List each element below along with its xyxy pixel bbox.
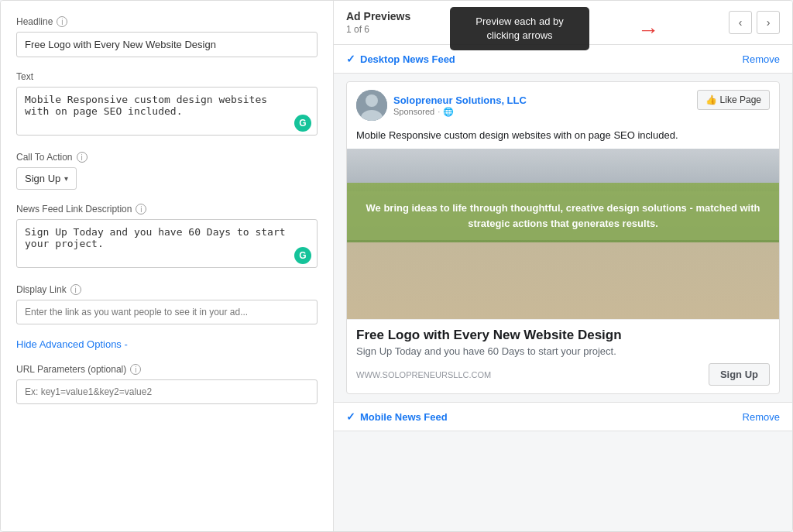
next-arrow-button[interactable]: › xyxy=(757,11,780,34)
text-textarea[interactable]: Mobile Responsive custom design websites… xyxy=(16,87,318,136)
page-name-group: Solopreneur Solutions, LLC Sponsored · 🌐 xyxy=(393,94,527,117)
ad-previews-count: 1 of 6 xyxy=(346,24,410,35)
fb-ad-header: Solopreneur Solutions, LLC Sponsored · 🌐… xyxy=(347,82,779,125)
fb-ad-description: Sign Up Today and you have 60 Days to st… xyxy=(356,345,770,357)
newsfeed-desc-info-icon[interactable]: i xyxy=(136,204,146,215)
newsfeed-desc-textarea[interactable]: Sign Up Today and you have 60 Days to st… xyxy=(16,219,318,268)
headline-info-icon[interactable]: i xyxy=(57,16,67,27)
display-link-group: Display Link i xyxy=(16,284,318,324)
url-params-group: URL Parameters (optional) i xyxy=(16,364,318,404)
fb-ad-cta-row: WWW.SOLOPRENEURSLLC.COM Sign Up xyxy=(356,363,770,386)
page-sponsored: Sponsored · 🌐 xyxy=(393,107,527,117)
fb-ad-domain: WWW.SOLOPRENEURSLLC.COM xyxy=(356,370,491,379)
fb-ad-card: Solopreneur Solutions, LLC Sponsored · 🌐… xyxy=(346,81,780,394)
mobile-checkmark-icon: ✓ xyxy=(346,410,355,423)
red-arrow-icon: → xyxy=(637,18,659,43)
hide-advanced-link[interactable]: Hide Advanced Options - xyxy=(16,338,318,350)
globe-icon: · xyxy=(438,107,440,116)
ad-previews-header: Ad Previews 1 of 6 Preview each ad by cl… xyxy=(334,1,792,45)
fb-ad-image: We bring ideas to life through thoughtfu… xyxy=(347,149,779,319)
url-params-label: URL Parameters (optional) i xyxy=(16,364,318,375)
text-label: Text xyxy=(16,71,318,82)
page-avatar xyxy=(356,90,387,121)
url-params-input[interactable] xyxy=(16,379,318,404)
grammarly-icon: G xyxy=(294,115,311,132)
globe-symbol: 🌐 xyxy=(443,107,454,117)
chevron-down-icon: ▾ xyxy=(64,174,68,183)
left-panel: Headline i Text Mobile Responsive custom… xyxy=(1,1,334,531)
desktop-remove-link[interactable]: Remove xyxy=(743,53,780,65)
fb-ad-footer: Free Logo with Every New Website Design … xyxy=(347,319,779,393)
main-container: Headline i Text Mobile Responsive custom… xyxy=(0,0,793,532)
mobile-feed-label: ✓ Mobile News Feed xyxy=(346,410,448,423)
cta-select[interactable]: Sign Up ▾ xyxy=(16,167,77,190)
ad-previews-title-group: Ad Previews 1 of 6 xyxy=(346,10,410,35)
newsfeed-desc-wrapper: Sign Up Today and you have 60 Days to st… xyxy=(16,219,318,270)
desktop-feed-label: ✓ Desktop News Feed xyxy=(346,53,455,65)
fb-ad-page-info: Solopreneur Solutions, LLC Sponsored · 🌐 xyxy=(356,90,527,121)
fb-ad-headline: Free Logo with Every New Website Design xyxy=(356,328,770,343)
like-page-button[interactable]: 👍 Like Page xyxy=(697,90,770,110)
red-arrow-indicator: → xyxy=(637,18,659,43)
mobile-remove-link[interactable]: Remove xyxy=(743,411,780,423)
svg-point-1 xyxy=(366,94,378,107)
text-textarea-wrapper: Mobile Responsive custom design websites… xyxy=(16,87,318,138)
right-panel: Ad Previews 1 of 6 Preview each ad by cl… xyxy=(334,1,792,531)
desktop-feed-section: ✓ Desktop News Feed Remove xyxy=(334,45,792,394)
display-link-info-icon[interactable]: i xyxy=(70,284,81,295)
headline-input[interactable] xyxy=(16,32,318,57)
page-name: Solopreneur Solutions, LLC xyxy=(393,94,527,106)
cta-label: Call To Action i xyxy=(16,152,318,163)
text-group: Text Mobile Responsive custom design web… xyxy=(16,71,318,138)
checkmark-icon: ✓ xyxy=(346,53,355,65)
newsfeed-desc-group: News Feed Link Description i Sign Up Tod… xyxy=(16,204,318,270)
fb-cta-button[interactable]: Sign Up xyxy=(709,363,770,386)
nav-arrows: ‹ › xyxy=(729,11,780,34)
display-link-label: Display Link i xyxy=(16,284,318,295)
grammarly-icon-2: G xyxy=(294,247,311,264)
headline-label: Headline i xyxy=(16,16,318,27)
newsfeed-desc-label: News Feed Link Description i xyxy=(16,204,318,215)
ad-image-overlay: We bring ideas to life through thoughtfu… xyxy=(347,191,779,240)
headline-group: Headline i xyxy=(16,16,318,57)
tooltip-wrapper: Preview each ad by clicking arrows → xyxy=(450,7,589,50)
mobile-feed-section: ✓ Mobile News Feed Remove xyxy=(334,402,792,431)
display-link-input[interactable] xyxy=(16,300,318,324)
ad-previews-title: Ad Previews xyxy=(346,10,410,22)
cta-group: Call To Action i Sign Up ▾ xyxy=(16,152,318,190)
tooltip-box: Preview each ad by clicking arrows xyxy=(450,7,589,50)
cta-info-icon[interactable]: i xyxy=(77,152,88,163)
prev-arrow-button[interactable]: ‹ xyxy=(729,11,752,34)
fb-ad-body-text: Mobile Responsive custom design websites… xyxy=(347,125,779,149)
url-params-info-icon[interactable]: i xyxy=(130,364,141,375)
